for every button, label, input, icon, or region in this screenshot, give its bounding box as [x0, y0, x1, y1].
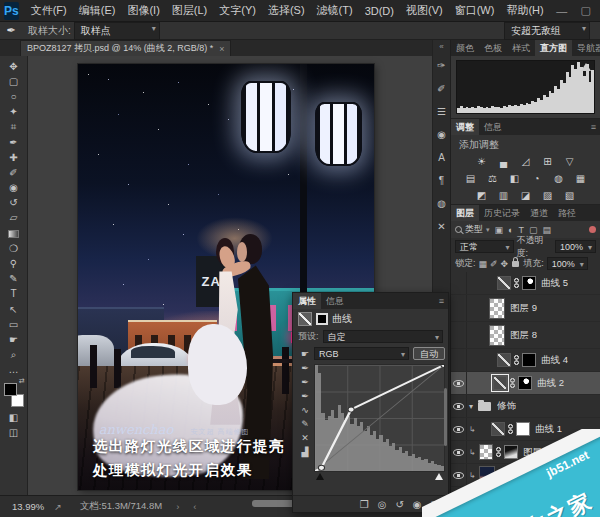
status-popup-arrow[interactable]: ‹	[193, 501, 196, 512]
visibility-toggle[interactable]	[451, 418, 467, 440]
delete-button[interactable]: ▥	[431, 499, 440, 510]
preset-select[interactable]: 自定▾	[323, 330, 443, 343]
hue-saturation-icon[interactable]: ▤	[463, 172, 478, 185]
layer-name[interactable]: 修饰	[497, 400, 516, 413]
link-layers-button[interactable]: ∞	[459, 508, 465, 517]
menu-filter[interactable]: 滤镜(T)	[311, 3, 359, 18]
color-swatches[interactable]: ⇄	[3, 381, 25, 407]
layer-name[interactable]: 图层 8	[510, 329, 537, 342]
lock-position-icon[interactable]: ✥	[501, 259, 509, 269]
layer-mask-thumbnail[interactable]	[522, 276, 536, 290]
lock-all-icon[interactable]	[512, 261, 519, 267]
black-white-icon[interactable]: ◧	[507, 172, 522, 185]
visibility-toggle[interactable]	[451, 349, 467, 371]
maximize-button[interactable]: ▢	[574, 4, 598, 17]
brightness-contrast-icon[interactable]: ☀	[474, 155, 489, 168]
libraries-panel-icon[interactable]: ◍	[434, 192, 450, 215]
auto-button[interactable]: 自动	[413, 347, 445, 360]
tab-styles[interactable]: 样式	[507, 40, 535, 56]
menu-type[interactable]: 文字(Y)	[213, 3, 262, 18]
paragraph-panel-icon[interactable]: ¶	[434, 169, 450, 192]
filter-toggle-icon[interactable]	[589, 226, 596, 233]
tab-info[interactable]: 信息	[321, 293, 349, 309]
visibility-toggle[interactable]	[451, 395, 467, 417]
opacity-select[interactable]: 100%▾	[555, 240, 596, 253]
channel-select[interactable]: RGB▾	[314, 347, 409, 360]
menu-select[interactable]: 选择(S)	[262, 3, 311, 18]
panel-scrollbar[interactable]	[444, 388, 447, 446]
mask-chip-icon[interactable]	[316, 313, 328, 325]
curves-thumbnail[interactable]	[491, 422, 505, 436]
layer-thumbnail[interactable]	[479, 444, 493, 460]
dodge-tool[interactable]: ⚲	[3, 256, 25, 271]
menu-edit[interactable]: 编辑(E)	[73, 3, 122, 18]
visibility-button[interactable]: ◉	[413, 499, 422, 510]
layer-row-curves-4[interactable]: 曲线 4	[451, 349, 600, 372]
layer-name[interactable]: 图层 7	[500, 469, 527, 482]
layer-effects-button[interactable]: fx	[473, 508, 480, 517]
invert-icon[interactable]: ◩	[474, 189, 489, 202]
lock-transparency-icon[interactable]: ▦	[479, 259, 488, 269]
eyedropper-tool[interactable]: ✒	[3, 135, 25, 150]
menu-view[interactable]: 视图(V)	[400, 3, 449, 18]
layer-mask-thumbnail[interactable]	[518, 376, 532, 390]
edit-points-icon[interactable]: ∿	[301, 403, 309, 417]
curves-thumbnail[interactable]	[493, 376, 507, 390]
swap-colors-icon[interactable]: ⇄	[19, 377, 25, 385]
visibility-toggle[interactable]	[451, 487, 467, 503]
tab-channels[interactable]: 通道	[525, 205, 553, 221]
blend-mode-select[interactable]: 正常▾	[455, 240, 514, 253]
tab-layers[interactable]: 图层	[451, 205, 479, 221]
visibility-toggle[interactable]	[451, 322, 467, 348]
photo-filter-icon[interactable]: ◔	[529, 172, 544, 185]
brush-panel-icon[interactable]: ✐	[434, 77, 450, 100]
zoom-tool[interactable]: ⌕	[3, 348, 25, 363]
filter-adjustment-icon[interactable]: ◐	[508, 225, 513, 235]
targeted-adjustment-tool[interactable]: ☛	[301, 347, 309, 361]
vibrance-icon[interactable]: ▽	[562, 155, 577, 168]
layer-name[interactable]: 曲线 1	[535, 423, 562, 436]
lock-pixels-icon[interactable]: ✐	[490, 259, 498, 269]
blur-tool[interactable]: ❍	[3, 241, 25, 256]
tab-paths[interactable]: 路径	[553, 205, 581, 221]
sample-size-select[interactable]: 取样点▾	[74, 22, 160, 40]
tab-histogram[interactable]: 直方图	[535, 40, 572, 56]
new-adjustment-button[interactable]: ◐	[505, 508, 510, 517]
visibility-toggle[interactable]	[451, 372, 467, 394]
visibility-toggle[interactable]	[451, 272, 467, 294]
tab-info[interactable]: 信息	[479, 119, 507, 135]
white-input-slider[interactable]	[435, 473, 443, 480]
layer-row-curves-2-selected[interactable]: 曲线 2	[451, 372, 600, 395]
layer-name[interactable]: 曲线 5	[541, 277, 568, 290]
layer-thumbnail[interactable]	[489, 298, 505, 319]
panel-menu-icon[interactable]: ≡	[591, 122, 600, 132]
clip-to-layer-button[interactable]: ❐	[360, 499, 369, 510]
brush-tool[interactable]: ✐	[3, 165, 25, 180]
curves-thumbnail[interactable]	[497, 276, 511, 290]
levels-thumbnail[interactable]	[479, 491, 493, 503]
eraser-tool[interactable]: ▱	[3, 211, 25, 226]
layer-mask-thumbnail[interactable]	[504, 491, 518, 503]
quick-selection-tool[interactable]: ✦	[3, 105, 25, 120]
layer-thumbnail[interactable]	[489, 325, 505, 346]
layer-mask-thumbnail[interactable]	[516, 422, 530, 436]
zoom-level-field[interactable]: 13.99%	[12, 501, 44, 512]
gray-point-eyedropper[interactable]: ✒	[301, 375, 309, 389]
marquee-tool[interactable]: ▢	[3, 74, 25, 89]
collapse-panels-icon[interactable]: «	[439, 40, 443, 54]
edit-toolbar-button[interactable]: …	[3, 363, 25, 378]
chevron-down-icon[interactable]: ▾	[486, 226, 490, 234]
menu-help[interactable]: 帮助(H)	[500, 3, 549, 18]
selective-color-icon[interactable]: ▧	[562, 189, 577, 202]
layer-mask-thumbnail[interactable]	[504, 445, 518, 459]
panel-menu-icon[interactable]: ≡	[439, 296, 448, 306]
visibility-toggle[interactable]	[451, 464, 467, 486]
white-point-eyedropper[interactable]: ✒	[301, 389, 309, 403]
status-popup-arrow[interactable]: ›	[176, 501, 179, 512]
clone-stamp-tool[interactable]: ◉	[3, 181, 25, 196]
levels-icon[interactable]: ▄	[496, 155, 511, 168]
tab-close-icon[interactable]: ×	[219, 44, 224, 54]
layer-mask-thumbnail[interactable]	[522, 353, 536, 367]
fill-select[interactable]: 100%▾	[547, 257, 588, 270]
layer-row-8[interactable]: 图层 8	[451, 322, 600, 349]
